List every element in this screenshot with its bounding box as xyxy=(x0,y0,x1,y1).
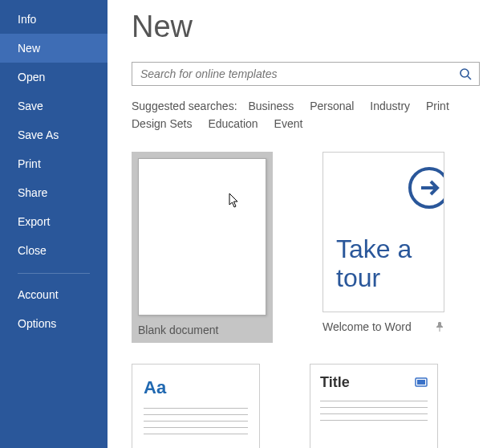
search-box xyxy=(132,62,480,86)
sidebar-item-info[interactable]: Info xyxy=(0,5,108,34)
backstage-sidebar: Info New Open Save Save As Print Share E… xyxy=(0,0,108,448)
template-aa-preview: Aa xyxy=(132,364,260,448)
suggested-link-industry[interactable]: Industry xyxy=(370,97,410,115)
sidebar-item-close[interactable]: Close xyxy=(0,236,108,265)
sidebar-item-options[interactable]: Options xyxy=(0,309,108,338)
suggested-link-personal[interactable]: Personal xyxy=(310,97,354,115)
pin-icon[interactable] xyxy=(435,322,444,332)
template-blank-label: Blank document xyxy=(138,324,218,336)
sidebar-item-open[interactable]: Open xyxy=(0,63,108,92)
template-blank-document[interactable]: Blank document xyxy=(132,152,273,343)
suggested-link-print[interactable]: Print xyxy=(426,97,449,115)
sidebar-item-export[interactable]: Export xyxy=(0,207,108,236)
suggested-link-event[interactable]: Event xyxy=(274,115,303,132)
suggested-searches: Suggested searches: Business Personal In… xyxy=(132,97,480,132)
template-welcome-to-word[interactable]: Take a tour Welcome to Word xyxy=(323,152,444,343)
suggested-link-business[interactable]: Business xyxy=(248,97,294,115)
template-tour-preview: Take a tour xyxy=(323,152,444,312)
page-title: New xyxy=(132,10,499,44)
template-tour-text: Take a tour xyxy=(336,234,444,292)
search-input[interactable] xyxy=(132,67,452,80)
sidebar-item-share[interactable]: Share xyxy=(0,178,108,207)
placeholder-lines xyxy=(144,408,248,434)
main-panel: New Suggested searches: Business Persona… xyxy=(108,0,499,448)
search-icon xyxy=(459,67,472,80)
suggested-link-education[interactable]: Education xyxy=(208,115,258,132)
chat-icon xyxy=(415,377,428,389)
template-blank-preview xyxy=(138,158,266,316)
sidebar-item-account[interactable]: Account xyxy=(0,280,108,309)
template-title-preview: Title xyxy=(310,364,438,448)
svg-rect-4 xyxy=(417,380,425,385)
template-tour-label: Welcome to Word xyxy=(323,320,412,333)
sidebar-item-save[interactable]: Save xyxy=(0,92,108,120)
search-button[interactable] xyxy=(452,63,479,85)
sidebar-item-save-as[interactable]: Save As xyxy=(0,120,108,149)
suggested-link-design-sets[interactable]: Design Sets xyxy=(132,115,192,132)
suggested-label: Suggested searches: xyxy=(132,100,237,112)
svg-line-1 xyxy=(468,76,471,79)
template-blog-post[interactable]: Title xyxy=(310,364,432,448)
svg-point-0 xyxy=(460,69,469,77)
arrow-right-circle-icon xyxy=(405,164,444,212)
sidebar-item-new[interactable]: New xyxy=(0,34,108,63)
cursor-icon xyxy=(229,193,241,209)
placeholder-lines xyxy=(320,401,428,421)
sidebar-item-print[interactable]: Print xyxy=(0,149,108,178)
template-single-spaced[interactable]: Aa xyxy=(132,364,260,448)
template-aa-text: Aa xyxy=(144,377,248,398)
template-gallery: Blank document Take a tour Welcome to Wo… xyxy=(132,152,499,448)
template-title-text: Title xyxy=(320,374,350,391)
sidebar-divider xyxy=(18,273,90,274)
